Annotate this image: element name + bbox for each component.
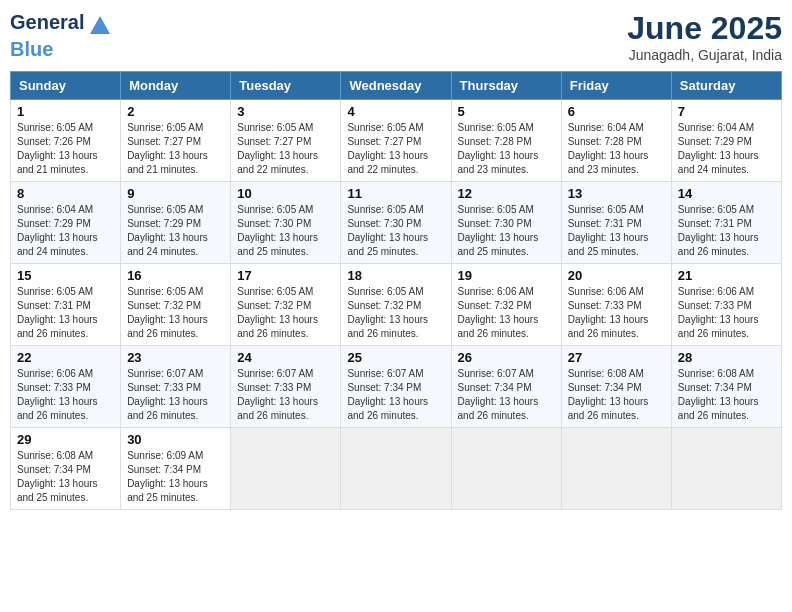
calendar-cell: 1Sunrise: 6:05 AMSunset: 7:26 PMDaylight… (11, 100, 121, 182)
day-number: 17 (237, 268, 334, 283)
calendar-cell: 14Sunrise: 6:05 AMSunset: 7:31 PMDayligh… (671, 182, 781, 264)
day-number: 6 (568, 104, 665, 119)
calendar-cell: 6Sunrise: 6:04 AMSunset: 7:28 PMDaylight… (561, 100, 671, 182)
page-header: General Blue June 2025 Junagadh, Gujarat… (10, 10, 782, 63)
calendar-week-row: 8Sunrise: 6:04 AMSunset: 7:29 PMDaylight… (11, 182, 782, 264)
calendar-cell: 10Sunrise: 6:05 AMSunset: 7:30 PMDayligh… (231, 182, 341, 264)
day-info: Sunrise: 6:04 AMSunset: 7:28 PMDaylight:… (568, 121, 665, 177)
day-number: 22 (17, 350, 114, 365)
day-number: 23 (127, 350, 224, 365)
day-info: Sunrise: 6:05 AMSunset: 7:27 PMDaylight:… (237, 121, 334, 177)
calendar-cell: 4Sunrise: 6:05 AMSunset: 7:27 PMDaylight… (341, 100, 451, 182)
calendar-cell: 26Sunrise: 6:07 AMSunset: 7:34 PMDayligh… (451, 346, 561, 428)
logo: General Blue (10, 10, 114, 60)
day-info: Sunrise: 6:05 AMSunset: 7:28 PMDaylight:… (458, 121, 555, 177)
day-number: 24 (237, 350, 334, 365)
day-number: 29 (17, 432, 114, 447)
calendar-cell (341, 428, 451, 510)
day-number: 11 (347, 186, 444, 201)
calendar-week-row: 15Sunrise: 6:05 AMSunset: 7:31 PMDayligh… (11, 264, 782, 346)
day-number: 5 (458, 104, 555, 119)
day-of-week-header: Thursday (451, 72, 561, 100)
calendar-cell: 18Sunrise: 6:05 AMSunset: 7:32 PMDayligh… (341, 264, 451, 346)
day-info: Sunrise: 6:05 AMSunset: 7:27 PMDaylight:… (127, 121, 224, 177)
calendar-cell: 23Sunrise: 6:07 AMSunset: 7:33 PMDayligh… (121, 346, 231, 428)
day-number: 30 (127, 432, 224, 447)
day-info: Sunrise: 6:08 AMSunset: 7:34 PMDaylight:… (678, 367, 775, 423)
calendar-cell: 15Sunrise: 6:05 AMSunset: 7:31 PMDayligh… (11, 264, 121, 346)
day-info: Sunrise: 6:05 AMSunset: 7:32 PMDaylight:… (127, 285, 224, 341)
calendar-cell (671, 428, 781, 510)
calendar-cell: 12Sunrise: 6:05 AMSunset: 7:30 PMDayligh… (451, 182, 561, 264)
day-info: Sunrise: 6:05 AMSunset: 7:31 PMDaylight:… (678, 203, 775, 259)
day-info: Sunrise: 6:05 AMSunset: 7:29 PMDaylight:… (127, 203, 224, 259)
day-info: Sunrise: 6:04 AMSunset: 7:29 PMDaylight:… (678, 121, 775, 177)
day-number: 27 (568, 350, 665, 365)
day-info: Sunrise: 6:07 AMSunset: 7:33 PMDaylight:… (127, 367, 224, 423)
calendar-cell: 3Sunrise: 6:05 AMSunset: 7:27 PMDaylight… (231, 100, 341, 182)
day-number: 12 (458, 186, 555, 201)
day-info: Sunrise: 6:05 AMSunset: 7:26 PMDaylight:… (17, 121, 114, 177)
day-info: Sunrise: 6:04 AMSunset: 7:29 PMDaylight:… (17, 203, 114, 259)
calendar-cell (231, 428, 341, 510)
day-info: Sunrise: 6:05 AMSunset: 7:32 PMDaylight:… (347, 285, 444, 341)
day-number: 7 (678, 104, 775, 119)
day-info: Sunrise: 6:07 AMSunset: 7:34 PMDaylight:… (347, 367, 444, 423)
calendar-cell: 13Sunrise: 6:05 AMSunset: 7:31 PMDayligh… (561, 182, 671, 264)
location: Junagadh, Gujarat, India (627, 47, 782, 63)
calendar-cell: 7Sunrise: 6:04 AMSunset: 7:29 PMDaylight… (671, 100, 781, 182)
day-number: 25 (347, 350, 444, 365)
calendar-cell (561, 428, 671, 510)
day-number: 15 (17, 268, 114, 283)
calendar-week-row: 22Sunrise: 6:06 AMSunset: 7:33 PMDayligh… (11, 346, 782, 428)
day-of-week-header: Tuesday (231, 72, 341, 100)
calendar-cell: 21Sunrise: 6:06 AMSunset: 7:33 PMDayligh… (671, 264, 781, 346)
calendar-cell: 9Sunrise: 6:05 AMSunset: 7:29 PMDaylight… (121, 182, 231, 264)
calendar-header-row: SundayMondayTuesdayWednesdayThursdayFrid… (11, 72, 782, 100)
calendar-cell: 19Sunrise: 6:06 AMSunset: 7:32 PMDayligh… (451, 264, 561, 346)
day-number: 9 (127, 186, 224, 201)
svg-marker-0 (90, 16, 110, 34)
day-number: 14 (678, 186, 775, 201)
calendar-cell: 29Sunrise: 6:08 AMSunset: 7:34 PMDayligh… (11, 428, 121, 510)
day-number: 10 (237, 186, 334, 201)
day-info: Sunrise: 6:05 AMSunset: 7:27 PMDaylight:… (347, 121, 444, 177)
calendar-cell: 20Sunrise: 6:06 AMSunset: 7:33 PMDayligh… (561, 264, 671, 346)
calendar-cell: 25Sunrise: 6:07 AMSunset: 7:34 PMDayligh… (341, 346, 451, 428)
day-number: 18 (347, 268, 444, 283)
day-info: Sunrise: 6:05 AMSunset: 7:31 PMDaylight:… (17, 285, 114, 341)
day-number: 2 (127, 104, 224, 119)
calendar-cell (451, 428, 561, 510)
day-info: Sunrise: 6:09 AMSunset: 7:34 PMDaylight:… (127, 449, 224, 505)
day-info: Sunrise: 6:05 AMSunset: 7:30 PMDaylight:… (237, 203, 334, 259)
day-number: 21 (678, 268, 775, 283)
day-number: 4 (347, 104, 444, 119)
day-number: 16 (127, 268, 224, 283)
day-number: 20 (568, 268, 665, 283)
day-info: Sunrise: 6:06 AMSunset: 7:33 PMDaylight:… (17, 367, 114, 423)
day-of-week-header: Friday (561, 72, 671, 100)
day-number: 8 (17, 186, 114, 201)
calendar-cell: 28Sunrise: 6:08 AMSunset: 7:34 PMDayligh… (671, 346, 781, 428)
calendar-table: SundayMondayTuesdayWednesdayThursdayFrid… (10, 71, 782, 510)
day-number: 13 (568, 186, 665, 201)
month-title: June 2025 (627, 10, 782, 47)
calendar-cell: 5Sunrise: 6:05 AMSunset: 7:28 PMDaylight… (451, 100, 561, 182)
day-info: Sunrise: 6:05 AMSunset: 7:31 PMDaylight:… (568, 203, 665, 259)
calendar-cell: 11Sunrise: 6:05 AMSunset: 7:30 PMDayligh… (341, 182, 451, 264)
calendar-week-row: 29Sunrise: 6:08 AMSunset: 7:34 PMDayligh… (11, 428, 782, 510)
calendar-cell: 27Sunrise: 6:08 AMSunset: 7:34 PMDayligh… (561, 346, 671, 428)
calendar-cell: 8Sunrise: 6:04 AMSunset: 7:29 PMDaylight… (11, 182, 121, 264)
calendar-cell: 17Sunrise: 6:05 AMSunset: 7:32 PMDayligh… (231, 264, 341, 346)
calendar-cell: 22Sunrise: 6:06 AMSunset: 7:33 PMDayligh… (11, 346, 121, 428)
day-of-week-header: Sunday (11, 72, 121, 100)
day-info: Sunrise: 6:08 AMSunset: 7:34 PMDaylight:… (17, 449, 114, 505)
day-info: Sunrise: 6:06 AMSunset: 7:32 PMDaylight:… (458, 285, 555, 341)
day-number: 26 (458, 350, 555, 365)
logo-text: General Blue (10, 10, 114, 60)
day-info: Sunrise: 6:07 AMSunset: 7:33 PMDaylight:… (237, 367, 334, 423)
day-of-week-header: Monday (121, 72, 231, 100)
day-info: Sunrise: 6:06 AMSunset: 7:33 PMDaylight:… (678, 285, 775, 341)
day-info: Sunrise: 6:05 AMSunset: 7:32 PMDaylight:… (237, 285, 334, 341)
calendar-cell: 30Sunrise: 6:09 AMSunset: 7:34 PMDayligh… (121, 428, 231, 510)
